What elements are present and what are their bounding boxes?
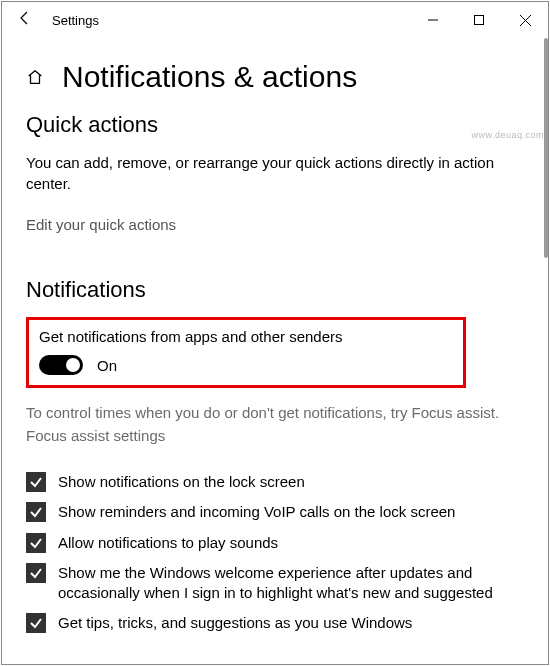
option-row: Show notifications on the lock screen [26, 472, 524, 492]
scrollbar[interactable] [544, 38, 548, 258]
option-label: Allow notifications to play sounds [58, 533, 278, 553]
back-button[interactable] [10, 10, 40, 30]
focus-assist-link[interactable]: Focus assist settings [26, 427, 165, 444]
page-title: Notifications & actions [62, 60, 357, 94]
window-title: Settings [52, 13, 99, 28]
home-icon[interactable] [26, 68, 44, 90]
checkbox-welcome[interactable] [26, 563, 46, 583]
option-row: Allow notifications to play sounds [26, 533, 524, 553]
checkbox-lock-screen[interactable] [26, 472, 46, 492]
master-toggle-state: On [97, 357, 117, 374]
master-toggle-label: Get notifications from apps and other se… [39, 328, 453, 345]
minimize-button[interactable] [410, 4, 456, 36]
option-row: Show me the Windows welcome experience a… [26, 563, 524, 604]
maximize-button[interactable] [456, 4, 502, 36]
master-toggle[interactable] [39, 355, 83, 375]
checkbox-sounds[interactable] [26, 533, 46, 553]
settings-window: Settings Notifications & actions Quick a… [1, 1, 549, 665]
checkbox-voip[interactable] [26, 502, 46, 522]
master-toggle-highlight: Get notifications from apps and other se… [26, 317, 466, 388]
notifications-heading: Notifications [26, 277, 524, 303]
option-label: Get tips, tricks, and suggestions as you… [58, 613, 412, 633]
focus-assist-help: To control times when you do or don't ge… [26, 402, 524, 423]
watermark: www.deuaq.com [471, 130, 544, 140]
checkbox-tips[interactable] [26, 613, 46, 633]
edit-quick-actions-link[interactable]: Edit your quick actions [26, 216, 176, 233]
page-header: Notifications & actions [26, 60, 524, 94]
window-controls [410, 4, 548, 36]
quick-actions-heading: Quick actions [26, 112, 524, 138]
master-toggle-row: On [39, 355, 453, 375]
content-area: Notifications & actions Quick actions Yo… [2, 38, 548, 664]
close-button[interactable] [502, 4, 548, 36]
option-row: Get tips, tricks, and suggestions as you… [26, 613, 524, 633]
titlebar: Settings [2, 2, 548, 38]
quick-actions-description: You can add, remove, or rearrange your q… [26, 152, 524, 194]
option-label: Show notifications on the lock screen [58, 472, 305, 492]
option-label: Show reminders and incoming VoIP calls o… [58, 502, 455, 522]
svg-rect-1 [475, 16, 484, 25]
option-label: Show me the Windows welcome experience a… [58, 563, 524, 604]
toggle-knob [66, 358, 80, 372]
option-row: Show reminders and incoming VoIP calls o… [26, 502, 524, 522]
